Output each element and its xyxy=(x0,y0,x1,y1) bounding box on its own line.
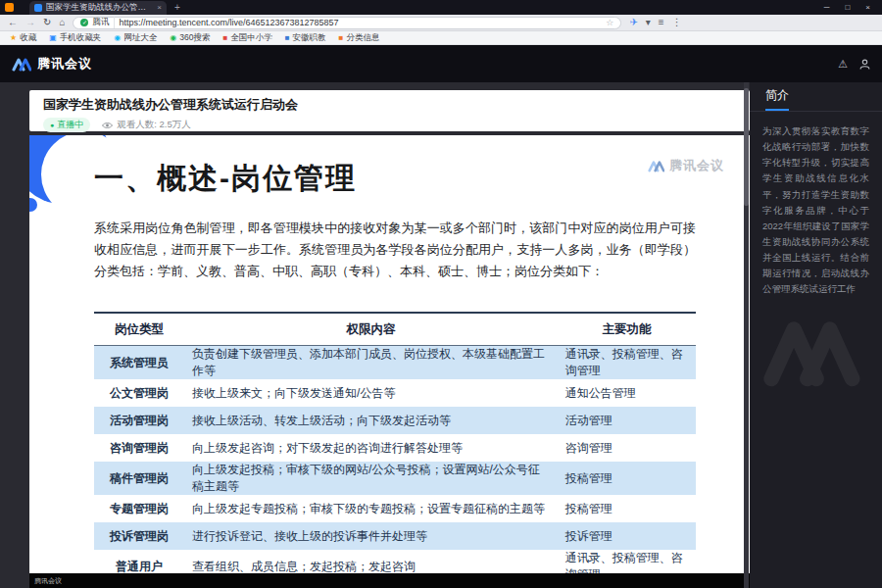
table-cell: 通知公告管理 xyxy=(558,379,696,407)
brand[interactable]: 腾讯会议 xyxy=(12,55,92,73)
slide-paragraph: 系统采用岗位角色制管理，即各管理模块中的接收对象为某一或多个部门时，该部门中对应… xyxy=(94,218,696,282)
bookmark-favicon-icon: ■ xyxy=(222,34,227,42)
table-cell: 投诉管理 xyxy=(558,522,696,550)
live-status-badge: ● 直播中 xyxy=(43,118,90,132)
new-tab-button[interactable]: + xyxy=(174,3,180,13)
table-row: 投诉管理岗进行投诉登记、接收上级的投诉事件并处理等投诉管理 xyxy=(94,522,696,550)
dropdown-caret-icon[interactable]: ▾ xyxy=(646,18,651,27)
meeting-title: 国家学生资助战线办公管理系统试运行启动会 xyxy=(43,96,736,114)
video-player[interactable]: 腾讯会议 一、概述-岗位管理 系统采用岗位角色制管理，即各管理模块中的接收对象为… xyxy=(29,135,750,588)
table-cell: 向上级发起投稿；审核下级的网站/公众号投稿；设置网站/公众号征稿主题等 xyxy=(184,462,558,495)
warning-icon[interactable]: ⚠ xyxy=(838,58,848,71)
table-cell: 接收上级来文；向下级发送通知/公告等 xyxy=(184,379,558,407)
slide-watermark: 腾讯会议 xyxy=(648,157,724,174)
home-icon[interactable]: ⌂ xyxy=(59,18,65,27)
roles-table: 岗位类型 权限内容 主要功能 系统管理员负责创建下级管理员、添加本部门成员、岗位… xyxy=(94,312,696,573)
bookmark-item[interactable]: ◉360搜索 xyxy=(170,32,210,44)
bookmark-item[interactable]: ◉网址大全 xyxy=(114,32,157,44)
reload-icon[interactable]: ↻ xyxy=(43,18,51,27)
viewer-count: 观看人数: 2.5万人 xyxy=(102,119,191,131)
header-right-icons: ⚠ xyxy=(838,58,870,71)
bookmark-favicon-icon: ◉ xyxy=(114,34,121,42)
bookmark-label: 安徽职教 xyxy=(293,32,326,44)
table-cell: 向上级发起咨询；对下级发起的咨询进行解答处理等 xyxy=(184,434,558,462)
player-control-bar[interactable]: 腾讯会议 xyxy=(29,573,750,588)
tab-title: 国家学生资助战线办公管理系统试运行启动会 xyxy=(46,2,153,14)
table-cell: 系统管理员 xyxy=(94,346,184,380)
table-cell: 专题管理岗 xyxy=(94,495,184,522)
window-controls: ─ □ × xyxy=(824,3,882,12)
table-cell: 稿件管理岗 xyxy=(94,462,184,495)
table-row: 系统管理员负责创建下级管理员、添加本部门成员、岗位授权、本级基础配置工作等通讯录… xyxy=(94,346,696,380)
tab-intro[interactable]: 简介 xyxy=(765,87,789,111)
tab-close-icon[interactable]: × xyxy=(157,4,162,12)
bookmark-label: 分类信息 xyxy=(346,32,379,44)
bookmark-favicon-icon: ■ xyxy=(339,34,344,42)
favorite-star-icon[interactable]: ☆ xyxy=(606,19,613,27)
bookmark-item[interactable]: ■分类信息 xyxy=(339,32,380,44)
info-sidebar: 简介 为深入贯彻落实教育数字化战略行动部署，加快数字化转型升级，切实提高学生资助… xyxy=(750,82,882,588)
bookmark-item[interactable]: ★收藏 xyxy=(10,32,36,44)
bookmark-item[interactable]: ■安徽职教 xyxy=(285,32,326,44)
viewer-count-text: 观看人数: 2.5万人 xyxy=(117,119,191,131)
browser-logo-icon[interactable] xyxy=(5,3,14,12)
tencent-meeting-logo-icon xyxy=(12,57,31,72)
bookmark-favicon-icon: ■ xyxy=(285,34,290,42)
table-cell: 投诉管理岗 xyxy=(94,522,184,550)
minimize-icon[interactable]: ─ xyxy=(824,3,830,12)
brand-name: 腾讯会议 xyxy=(37,55,92,73)
more-icon[interactable]: ⋮ xyxy=(672,18,682,27)
back-icon[interactable]: ← xyxy=(8,18,18,27)
table-header-row: 岗位类型 权限内容 主要功能 xyxy=(94,313,696,346)
table-cell: 向上级发起专题投稿；审核下级的专题投稿；设置专题征稿的主题等 xyxy=(184,495,558,522)
player-watermark: 腾讯会议 xyxy=(34,576,62,586)
column-header: 主要功能 xyxy=(558,313,696,346)
eye-icon xyxy=(102,122,113,129)
table-cell: 活动管理岗 xyxy=(94,407,184,434)
address-bar[interactable]: ✓ 腾讯 https://meeting.tencent.com/live/64… xyxy=(73,17,621,29)
table-cell: 投稿管理 xyxy=(558,495,696,522)
user-icon[interactable] xyxy=(859,59,870,70)
site-safety-icon: ✓ xyxy=(80,19,88,26)
menu-icon[interactable]: ≡ xyxy=(659,18,664,27)
table-cell: 投稿管理 xyxy=(558,462,696,495)
maximize-icon[interactable]: □ xyxy=(845,3,850,12)
tencent-meeting-watermark-icon xyxy=(648,160,664,172)
table-cell: 活动管理 xyxy=(558,407,696,434)
sidebar-watermark-logo-icon xyxy=(762,313,870,391)
table-row: 公文管理岗接收上级来文；向下级发送通知/公告等通知公告管理 xyxy=(94,379,696,407)
bookmark-item[interactable]: ▣手机收藏夹 xyxy=(49,32,101,44)
bookmark-favicon-icon: ◉ xyxy=(170,34,176,42)
table-row: 咨询管理岗向上级发起咨询；对下级发起的咨询进行解答处理等咨询管理 xyxy=(94,434,696,462)
column-header: 岗位类型 xyxy=(94,313,184,346)
slide-watermark-text: 腾讯会议 xyxy=(669,157,724,174)
forward-icon[interactable]: → xyxy=(25,18,35,27)
table-cell: 负责创建下级管理员、添加本部门成员、岗位授权、本级基础配置工作等 xyxy=(184,346,558,380)
page-scrollbar[interactable] xyxy=(744,82,749,588)
slide: 腾讯会议 一、概述-岗位管理 系统采用岗位角色制管理，即各管理模块中的接收对象为… xyxy=(29,135,750,573)
url-text[interactable]: https://meeting.tencent.com/live/6465123… xyxy=(119,18,602,27)
slide-decoration-dot xyxy=(29,198,37,212)
site-name-badge[interactable]: 腾讯 xyxy=(92,17,115,28)
bookmarks-bar: ★收藏▣手机收藏夹◉网址大全◉360搜索■全国中小学■安徽职教■分类信息 xyxy=(0,31,882,45)
bookmark-favicon-icon: ▣ xyxy=(49,34,57,42)
sidebar-tab-bar: 简介 xyxy=(750,82,882,112)
table-cell: 公文管理岗 xyxy=(94,379,184,407)
table-cell: 咨询管理 xyxy=(558,434,696,462)
table-row: 稿件管理岗向上级发起投稿；审核下级的网站/公众号投稿；设置网站/公众号征稿主题等… xyxy=(94,462,696,495)
table-row: 专题管理岗向上级发起专题投稿；审核下级的专题投稿；设置专题征稿的主题等投稿管理 xyxy=(94,495,696,522)
close-icon[interactable]: × xyxy=(865,3,870,12)
browser-tab[interactable]: 国家学生资助战线办公管理系统试运行启动会 × xyxy=(29,1,167,15)
table-cell: 咨询管理岗 xyxy=(94,434,184,462)
browser-toolbar: ← → ↻ ⌂ ✓ 腾讯 https://meeting.tencent.com… xyxy=(0,15,882,31)
scrollbar-thumb[interactable] xyxy=(744,88,749,206)
live-label: 直播中 xyxy=(57,119,83,131)
meeting-title-card: 国家学生资助战线办公管理系统试运行启动会 ● 直播中 观看人数: 2.5万人 xyxy=(29,90,750,131)
share-plane-icon[interactable]: ✈ xyxy=(629,18,637,27)
bookmark-item[interactable]: ■全国中小学 xyxy=(222,32,271,44)
bookmark-label: 360搜索 xyxy=(179,32,210,44)
column-header: 权限内容 xyxy=(184,313,558,346)
table-cell: 普通用户 xyxy=(94,550,184,573)
meeting-meta-row: ● 直播中 观看人数: 2.5万人 xyxy=(43,118,736,132)
table-cell: 查看组织、成员信息；发起投稿；发起咨询 xyxy=(184,550,558,573)
